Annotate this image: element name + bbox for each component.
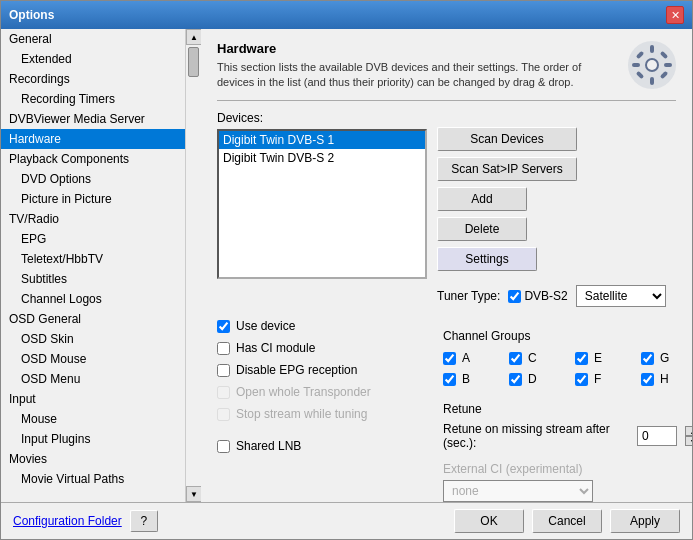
sidebar-item-epg[interactable]: EPG xyxy=(1,229,185,249)
config-folder-link[interactable]: Configuration Folder xyxy=(13,514,122,528)
channel-e-checkbox[interactable] xyxy=(575,352,588,365)
devices-listbox[interactable]: Digibit Twin DVB-S 1Digibit Twin DVB-S 2 xyxy=(217,129,427,279)
close-button[interactable]: ✕ xyxy=(666,6,684,24)
sidebar-item-subtitles[interactable]: Subtitles xyxy=(1,269,185,289)
question-button[interactable]: ? xyxy=(130,510,158,532)
channel-b-label: B xyxy=(462,372,470,386)
channel-g-label: G xyxy=(660,351,669,365)
retune-section: Retune Retune on missing stream after (s… xyxy=(443,402,692,450)
sidebar-item-extended[interactable]: Extended xyxy=(1,49,185,69)
main-content: GeneralExtendedRecordingsRecording Timer… xyxy=(1,29,692,502)
channel-group-a: A xyxy=(443,349,503,367)
channel-c-label: C xyxy=(528,351,537,365)
retune-spin-down[interactable]: ▼ xyxy=(685,436,692,446)
sidebar-item-general[interactable]: General xyxy=(1,29,185,49)
cancel-button[interactable]: Cancel xyxy=(532,509,602,533)
use-device-checkbox[interactable] xyxy=(217,320,230,333)
stop-stream-checkbox[interactable] xyxy=(217,408,230,421)
sidebar-scrollbar: ▲ ▼ xyxy=(185,29,201,502)
sidebar-item-osd-skin[interactable]: OSD Skin xyxy=(1,329,185,349)
sidebar-item-movies[interactable]: Movies xyxy=(1,449,185,469)
retune-spinbox: ▲ ▼ xyxy=(685,426,692,446)
device-item-dev2[interactable]: Digibit Twin DVB-S 2 xyxy=(219,149,425,167)
gear-icon xyxy=(628,41,676,92)
channel-group-c: C xyxy=(509,349,569,367)
sidebar-item-recordings[interactable]: Recordings xyxy=(1,69,185,89)
channel-h-label: H xyxy=(660,372,669,386)
settings-button[interactable]: Settings xyxy=(437,247,537,271)
open-transponder-label: Open whole Transponder xyxy=(236,385,371,399)
has-ci-checkbox[interactable] xyxy=(217,342,230,355)
retune-row: Retune on missing stream after (sec.): ▲… xyxy=(443,422,692,450)
sidebar-item-osd-menu[interactable]: OSD Menu xyxy=(1,369,185,389)
sidebar-item-mouse[interactable]: Mouse xyxy=(1,409,185,429)
delete-button[interactable]: Delete xyxy=(437,217,527,241)
sidebar-item-picture-in-picture[interactable]: Picture in Picture xyxy=(1,189,185,209)
shared-lnb-checkbox[interactable] xyxy=(217,440,230,453)
tuner-type-select[interactable]: SatelliteCableTerrestrial xyxy=(576,285,666,307)
channel-b-checkbox[interactable] xyxy=(443,373,456,386)
sidebar-item-dvd-options[interactable]: DVD Options xyxy=(1,169,185,189)
panel-description: This section lists the available DVB dev… xyxy=(217,60,620,91)
disable-epg-row: Disable EPG reception xyxy=(217,361,427,379)
sidebar-item-recording-timers[interactable]: Recording Timers xyxy=(1,89,185,109)
open-transponder-checkbox[interactable] xyxy=(217,386,230,399)
apply-button[interactable]: Apply xyxy=(610,509,680,533)
retune-label: Retune on missing stream after (sec.): xyxy=(443,422,629,450)
channel-group-g: G xyxy=(641,349,692,367)
channel-h-checkbox[interactable] xyxy=(641,373,654,386)
sidebar-item-input-plugins[interactable]: Input Plugins xyxy=(1,429,185,449)
sidebar-item-tv-radio[interactable]: TV/Radio xyxy=(1,209,185,229)
devices-section: Devices: Digibit Twin DVB-S 1Digibit Twi… xyxy=(217,111,676,279)
sidebar-item-osd-mouse[interactable]: OSD Mouse xyxy=(1,349,185,369)
right-panel: Hardware This section lists the availabl… xyxy=(201,29,692,502)
scan-sat-ip-button[interactable]: Scan Sat>IP Servers xyxy=(437,157,577,181)
sidebar-item-osd-general[interactable]: OSD General xyxy=(1,309,185,329)
sidebar-item-dvbviewer-media-server[interactable]: DVBViewer Media Server xyxy=(1,109,185,129)
channel-c-checkbox[interactable] xyxy=(509,352,522,365)
disable-epg-label: Disable EPG reception xyxy=(236,363,357,377)
sidebar-item-channel-logos[interactable]: Channel Logos xyxy=(1,289,185,309)
channel-g-checkbox[interactable] xyxy=(641,352,654,365)
devices-list-area: Devices: Digibit Twin DVB-S 1Digibit Twi… xyxy=(217,111,427,279)
channel-group-f: F xyxy=(575,370,635,388)
options-window: Options ✕ GeneralExtendedRecordingsRecor… xyxy=(0,0,693,540)
scroll-track xyxy=(186,45,201,486)
sidebar: GeneralExtendedRecordingsRecording Timer… xyxy=(1,29,201,502)
window-title: Options xyxy=(9,8,54,22)
sidebar-item-hardware[interactable]: Hardware xyxy=(1,129,185,149)
ok-button[interactable]: OK xyxy=(454,509,524,533)
bottom-bar: Configuration Folder ? OK Cancel Apply xyxy=(1,502,692,539)
sidebar-item-input[interactable]: Input xyxy=(1,389,185,409)
scroll-thumb[interactable] xyxy=(188,47,199,77)
use-device-row: Use device xyxy=(217,317,427,335)
sidebar-item-movie-virtual-paths[interactable]: Movie Virtual Paths xyxy=(1,469,185,489)
two-col: Use device Has CI module Disable EPG rec… xyxy=(217,317,676,502)
sidebar-item-playback-components[interactable]: Playback Components xyxy=(1,149,185,169)
external-ci-select[interactable]: none xyxy=(443,480,593,502)
retune-input[interactable] xyxy=(637,426,677,446)
scroll-up-button[interactable]: ▲ xyxy=(186,29,201,45)
scroll-down-button[interactable]: ▼ xyxy=(186,486,201,502)
channel-f-checkbox[interactable] xyxy=(575,373,588,386)
device-item-dev1[interactable]: Digibit Twin DVB-S 1 xyxy=(219,131,425,149)
channel-a-checkbox[interactable] xyxy=(443,352,456,365)
channel-d-checkbox[interactable] xyxy=(509,373,522,386)
has-ci-label: Has CI module xyxy=(236,341,315,355)
add-button[interactable]: Add xyxy=(437,187,527,211)
disable-epg-checkbox[interactable] xyxy=(217,364,230,377)
channel-groups-grid: ACEGBDFH xyxy=(443,349,692,388)
svg-rect-5 xyxy=(664,63,672,67)
svg-rect-4 xyxy=(632,63,640,67)
has-ci-row: Has CI module xyxy=(217,339,427,357)
dvb-s2-checkbox[interactable] xyxy=(508,290,521,303)
retune-spin-up[interactable]: ▲ xyxy=(685,426,692,436)
panel-header: Hardware This section lists the availabl… xyxy=(217,41,676,101)
scan-devices-button[interactable]: Scan Devices xyxy=(437,127,577,151)
tuner-row: Tuner Type: DVB-S2 SatelliteCableTerrest… xyxy=(437,285,676,307)
shared-lnb-label: Shared LNB xyxy=(236,439,301,453)
svg-rect-3 xyxy=(650,77,654,85)
channel-d-label: D xyxy=(528,372,537,386)
sidebar-item-teletext-hbbtv[interactable]: Teletext/HbbTV xyxy=(1,249,185,269)
title-bar: Options ✕ xyxy=(1,1,692,29)
